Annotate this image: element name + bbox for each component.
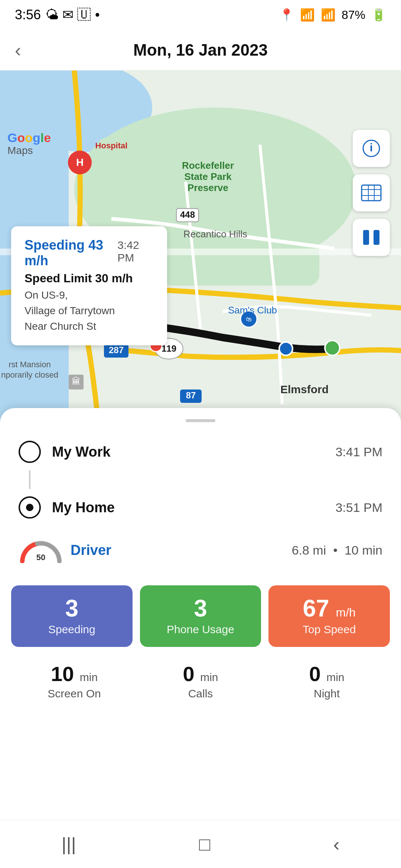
status-icons: 🌤 ✉ 🇺 [45,7,91,23]
svg-text:Recantico Hills: Recantico Hills [183,228,247,240]
header-title: Mon, 16 Jan 2023 [133,41,268,59]
top-speed-label: Top Speed [276,623,382,636]
wifi-icon: 📶 [300,8,315,22]
driver-row: 50 Driver 6.8 mi • 10 min [0,530,401,571]
calls-number: 0 min [137,662,264,686]
svg-text:🏛: 🏛 [72,376,81,386]
svg-text:Elmsford: Elmsford [280,383,329,395]
status-bar: 3:56 🌤 ✉ 🇺 • 📍 📶 📶 87% 🔋 [0,0,401,30]
header: ‹ Mon, 16 Jan 2023 [0,30,401,70]
svg-rect-40 [374,230,379,245]
speeding-label: Speeding [19,623,125,636]
phone-usage-label: Phone Usage [147,623,254,636]
home-stop-label: My Home [52,500,335,516]
home-stop-icon [19,496,41,519]
work-stop-label: My Work [52,444,335,460]
pause-button[interactable] [353,219,390,256]
screen-on-number: 10 min [11,662,137,686]
status-bar-left: 3:56 🌤 ✉ 🇺 • [15,7,100,23]
svg-text:Rockefeller: Rockefeller [182,160,234,171]
speeding-time: 3:42 PM [117,239,154,264]
svg-rect-38 [362,185,381,201]
back-button[interactable]: ‹ [15,39,21,61]
google-maps-logo: Google [7,131,51,145]
night-label: Night [264,687,390,700]
location-icon: 📍 [279,8,294,22]
trip-stop-home: My Home 3:51 PM [0,489,401,526]
trip-stats: 6.8 mi • 10 min [292,543,382,558]
svg-text:50: 50 [36,553,45,562]
svg-text:rst Mansion: rst Mansion [9,360,51,369]
top-speed-card: 67 m/h Top Speed [268,585,390,647]
screen-on-stat: 10 min Screen On [11,662,137,700]
map-container: 448 287 119 87 H 🛍 Hospital Rockefeller … [0,70,401,441]
svg-text:Preserve: Preserve [188,182,228,193]
speeding-card: 3 Speeding [11,585,133,647]
svg-text:Sam's Club: Sam's Club [228,305,277,316]
status-bar-right: 📍 📶 📶 87% 🔋 [279,8,386,22]
status-time: 3:56 [15,7,41,23]
info-button[interactable]: i [353,130,390,167]
phone-usage-card: 3 Phone Usage [140,585,261,647]
stop-connector [29,470,30,489]
sheet-handle [186,419,215,422]
signal-icon: 📶 [321,8,336,22]
maps-label: Maps [7,145,33,157]
home-button[interactable]: □ [199,834,210,855]
night-stat: 0 min Night [264,662,390,700]
recent-apps-button[interactable]: ||| [62,834,76,855]
svg-text:nporarily closed: nporarily closed [1,370,58,379]
svg-text:🛍: 🛍 [246,316,252,322]
night-number: 0 min [264,662,390,686]
work-stop-icon [19,441,41,463]
driver-label: Driver [71,542,292,558]
calls-label: Calls [137,687,264,700]
svg-text:448: 448 [180,210,195,220]
map-view-button[interactable] [353,174,390,211]
speeding-popup: Speeding 43 m/h 3:42 PM Speed Limit 30 m… [11,226,167,345]
svg-text:119: 119 [162,343,176,354]
nav-bar: ||| □ ‹ [0,820,401,868]
bottom-sheet: My Work 3:41 PM My Home 3:51 PM 50 Drive… [0,408,401,868]
phone-usage-count: 3 [147,596,254,620]
svg-text:287: 287 [109,345,124,355]
battery-icon: 🔋 [371,8,386,22]
svg-text:Hospital: Hospital [95,141,128,150]
work-stop-time: 3:41 PM [335,445,382,459]
svg-text:87: 87 [186,390,196,400]
svg-text:H: H [76,157,84,168]
speeding-title: Speeding 43 m/h [25,237,117,269]
status-dot: • [95,7,100,23]
svg-text:i: i [370,141,373,154]
speed-limit: Speed Limit 30 m/h [25,272,154,285]
top-speed-number: 67 m/h [276,596,382,620]
svg-rect-39 [363,230,369,245]
home-stop-time: 3:51 PM [335,500,382,515]
back-nav-button[interactable]: ‹ [333,834,340,855]
svg-point-17 [279,342,293,355]
stats-cards: 3 Speeding 3 Phone Usage 67 m/h Top Spee… [11,585,390,647]
svg-text:State Park: State Park [184,171,232,182]
speeding-count: 3 [19,596,125,620]
speed-location: On US-9, Village of Tarrytown Near Churc… [25,287,154,334]
speedometer: 50 [19,537,63,563]
calls-stat: 0 min Calls [137,662,264,700]
trip-stop-work: My Work 3:41 PM [0,433,401,470]
battery-text: 87% [342,8,365,22]
bottom-stats: 10 min Screen On 0 min Calls 0 min Night [11,662,390,700]
svg-point-18 [325,341,340,355]
home-stop-icon-inner [26,504,33,511]
screen-on-label: Screen On [11,687,137,700]
